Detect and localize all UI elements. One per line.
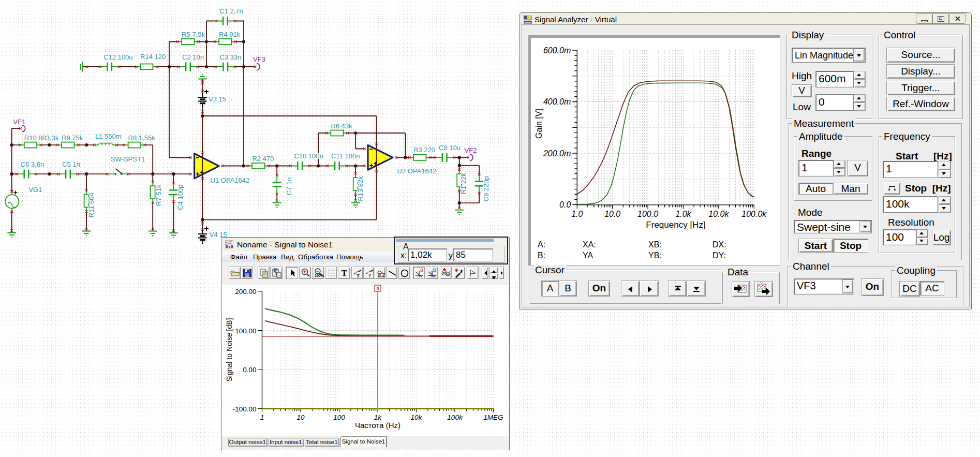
- svg-text:600.0m: 600.0m: [543, 46, 571, 55]
- svg-text:1k: 1k: [374, 414, 382, 421]
- svg-text:R10 883,3k: R10 883,3k: [24, 134, 59, 142]
- svg-text:C10 100n: C10 100n: [294, 152, 323, 160]
- svg-text:V3 15: V3 15: [209, 95, 226, 103]
- svg-text:?: ?: [368, 273, 371, 278]
- svg-text:R7 51k: R7 51k: [155, 184, 162, 206]
- svg-text:XA:: XA:: [583, 240, 596, 249]
- svg-text:C3 33n: C3 33n: [219, 53, 241, 61]
- svg-text:100.0k: 100.0k: [741, 210, 767, 218]
- svg-text:x: x: [382, 274, 383, 277]
- svg-text:1: 1: [260, 414, 264, 421]
- svg-text:C5 1n: C5 1n: [62, 160, 80, 168]
- svg-text:100%: 100%: [315, 274, 324, 277]
- svg-text:B:: B:: [538, 251, 545, 260]
- svg-text:YA: YA: [583, 251, 593, 260]
- svg-text:R4 91k: R4 91k: [219, 31, 241, 38]
- svg-text:DX:: DX:: [712, 240, 726, 249]
- svg-text:1.0k: 1.0k: [675, 210, 691, 218]
- svg-text:R3 220: R3 220: [413, 146, 435, 154]
- svg-text:100.00: 100.00: [235, 327, 256, 335]
- svg-text:C8 10u: C8 10u: [439, 144, 461, 152]
- svg-text:Signal to Noise [dB]: Signal to Noise [dB]: [225, 318, 233, 382]
- svg-text:10.0: 10.0: [604, 210, 620, 218]
- svg-text:R8 1,55k: R8 1,55k: [128, 134, 156, 142]
- svg-text:-100.00: -100.00: [233, 405, 257, 413]
- svg-text:Frequency [Hz]: Frequency [Hz]: [646, 220, 705, 230]
- svg-text:0.0: 0.0: [559, 200, 571, 209]
- svg-text:C7 1n: C7 1n: [285, 178, 293, 196]
- svg-text:a: a: [420, 267, 424, 273]
- svg-text:0.00: 0.00: [243, 366, 256, 374]
- svg-text:C6 3,6n: C6 3,6n: [21, 160, 44, 168]
- svg-text:10.0k: 10.0k: [708, 210, 729, 218]
- svg-text:b: b: [433, 267, 436, 273]
- svg-text:C9 220p: C9 220p: [482, 176, 490, 201]
- svg-text:1.0: 1.0: [571, 210, 583, 218]
- svg-text:R9 75k: R9 75k: [62, 134, 83, 142]
- svg-text:C2 10n: C2 10n: [182, 53, 204, 61]
- svg-text:10k: 10k: [411, 414, 423, 421]
- svg-text:YB:: YB:: [648, 251, 662, 260]
- svg-text:U1 OPA1642: U1 OPA1642: [211, 176, 250, 184]
- svg-text:R13 82k: R13 82k: [357, 176, 364, 201]
- svg-text:100k: 100k: [447, 414, 463, 421]
- svg-text:100: 100: [333, 414, 345, 421]
- svg-text:U2 OPA1642: U2 OPA1642: [397, 167, 437, 175]
- svg-text:400.0m: 400.0m: [543, 97, 571, 106]
- svg-text:R14 120: R14 120: [140, 53, 166, 61]
- svg-text:R5 7,5k: R5 7,5k: [182, 31, 205, 38]
- svg-text:C1 2,7n: C1 2,7n: [219, 7, 243, 15]
- svg-text:R6 43k: R6 43k: [331, 122, 352, 130]
- svg-text:C11 100n: C11 100n: [331, 152, 360, 160]
- svg-text:a: a: [377, 286, 380, 291]
- svg-text:XB:: XB:: [648, 240, 662, 249]
- svg-text:VF3: VF3: [253, 55, 265, 63]
- svg-text:A:: A:: [538, 240, 545, 249]
- svg-text:DY:: DY:: [712, 251, 726, 260]
- svg-text:R2 470: R2 470: [252, 155, 274, 163]
- svg-text:T: T: [357, 273, 360, 278]
- svg-text:R11 604: R11 604: [87, 193, 95, 217]
- svg-text:200.0m: 200.0m: [543, 149, 571, 158]
- svg-text:SW-SPST1: SW-SPST1: [111, 155, 145, 163]
- svg-text:Частота (Hz): Частота (Hz): [355, 421, 400, 430]
- svg-text:Gain [V]: Gain [V]: [534, 109, 543, 139]
- svg-text:C4 100p: C4 100p: [176, 185, 184, 210]
- svg-text:C12 100u: C12 100u: [103, 53, 132, 61]
- svg-text:1MEG: 1MEG: [483, 414, 503, 421]
- svg-text:200.00: 200.00: [235, 288, 256, 296]
- svg-text:L1 550m: L1 550m: [95, 132, 122, 140]
- svg-text:VF2: VF2: [465, 146, 477, 154]
- svg-text:VF1: VF1: [13, 118, 26, 126]
- svg-text:100.0: 100.0: [637, 210, 658, 218]
- svg-text:10: 10: [296, 414, 305, 421]
- svg-text:VG1: VG1: [28, 186, 42, 194]
- svg-text:T: T: [341, 269, 347, 277]
- svg-text:R1 22k: R1 22k: [459, 173, 467, 195]
